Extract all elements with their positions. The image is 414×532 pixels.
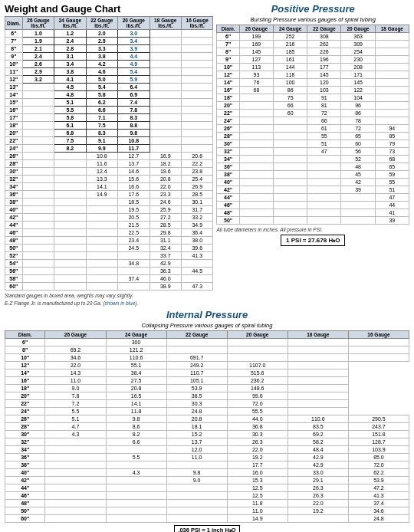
table-cell: 32.4 [150,245,181,252]
table-cell: 36.3 [150,268,181,275]
table-cell: 2.4 [54,38,86,45]
table-cell [375,79,409,87]
table-row: 16"6886103122 [217,87,409,94]
table-row: 7"1.92.42.93.4 [5,38,213,45]
table-cell: 11.0 [227,507,288,515]
table-cell: 41.3 [348,492,409,500]
table-cell: 4.1 [54,76,86,84]
table-cell [239,156,273,163]
table-cell [22,122,54,130]
table-cell [348,354,409,362]
table-cell [307,163,341,171]
table-cell: 42" [5,477,45,484]
table-cell: 161 [274,56,307,64]
int-col-diam: Diam. [5,331,45,339]
table-cell: 14.9 [86,191,117,199]
table-cell: 32" [217,148,239,156]
table-cell: 18" [217,94,239,102]
table-cell: 38.4 [106,369,166,377]
table-cell: 2.8 [54,45,86,53]
table-row: 9"127161196230 [217,56,409,64]
table-cell: 22" [5,400,45,408]
table-cell: 18" [5,385,45,392]
table-cell [288,400,348,408]
table-cell: 11" [5,68,23,76]
table-cell [106,515,166,523]
table-cell: 48.4 [288,446,348,454]
table-cell: 8" [5,346,45,354]
table-cell: 3.0 [118,30,150,38]
table-cell: 38.9 [150,283,181,291]
table-cell: 118 [274,71,307,79]
table-row: 52"33.741.3 [5,252,213,260]
pos-col-22: 22 Gauge [307,25,341,33]
table-cell: 58" [5,275,23,283]
table-cell [307,209,341,217]
table-cell [22,206,54,214]
table-row: 11"2.93.84.65.4 [5,68,213,76]
table-cell [106,507,166,515]
table-cell [274,171,307,179]
table-cell: 3.4 [54,61,86,68]
table-cell [22,214,54,222]
table-cell [54,160,86,168]
table-cell [54,268,86,275]
table-cell: 24.8 [166,408,227,415]
table-row: 10"34.6110.6691.7 [5,354,409,362]
table-cell [375,87,409,94]
table-cell: 32" [5,438,45,446]
table-cell: 48" [5,500,45,507]
table-cell [166,484,227,492]
table-cell: 27.2 [150,214,181,222]
table-row: 20"6.88.39.8 [5,130,213,137]
table-row: 12"93118145171 [217,71,409,79]
table-cell [341,202,375,209]
table-row: 14"14.338.4110.7515.6 [5,369,409,377]
table-row: 14"76100120145 [217,79,409,87]
table-cell [22,137,54,145]
table-cell: 30" [5,431,45,438]
table-cell [45,484,106,492]
table-cell: 12" [217,71,239,79]
table-cell [307,202,341,209]
table-cell: 26.3 [288,492,348,500]
table-cell: 9" [217,56,239,64]
table-cell: 10" [5,61,23,68]
table-cell: 52 [341,156,375,163]
table-cell: 47 [375,194,409,202]
table-cell: 12.5 [227,492,288,500]
table-row: 14"4.85.86.9 [5,91,213,99]
table-cell: 9.8 [106,415,166,423]
table-cell: 14.6 [118,168,150,176]
table-cell: 34" [217,156,239,163]
table-cell [375,110,409,117]
table-cell [86,260,117,268]
table-row: 28"556585 [217,133,409,140]
table-cell: 72.0 [348,461,409,469]
table-cell: 26" [217,125,239,133]
table-cell: 47.3 [181,283,213,291]
table-cell: 83.5 [288,423,348,431]
table-cell [274,117,307,125]
table-cell: 12" [5,76,23,84]
table-cell [86,237,117,245]
table-row: 20"668196 [217,102,409,110]
table-cell [181,130,213,137]
top-section: Weight and Gauge Chart Diam. 26 Gauge lb… [5,3,409,306]
table-cell [375,33,409,41]
table-cell: 14" [5,91,23,99]
table-cell: 8.3 [86,130,117,137]
table-row: 58"37.446.0 [5,275,213,283]
table-cell: 12.5 [227,484,288,492]
table-cell [181,84,213,91]
table-cell: 22.0 [150,183,181,191]
table-cell [181,122,213,130]
table-cell: 66 [307,117,341,125]
table-cell: 7.8 [45,392,106,400]
table-cell [288,515,348,523]
table-cell [54,191,86,199]
table-cell: 40" [5,469,45,477]
table-cell: 93 [239,71,273,79]
table-cell [181,91,213,99]
table-cell: 9" [5,53,23,61]
